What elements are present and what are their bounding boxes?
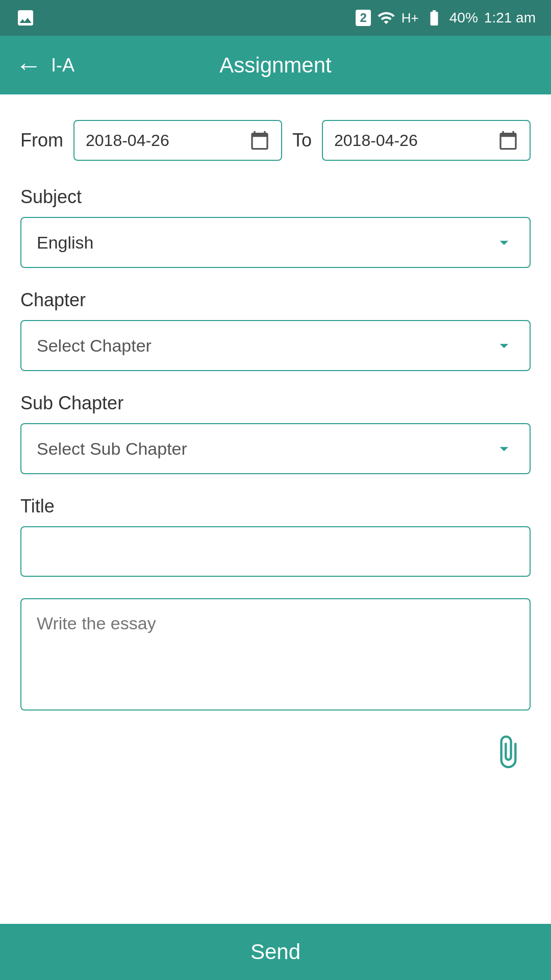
from-date-input[interactable]: 2018-04-26 [73, 120, 282, 161]
sub-chapter-chevron-icon [494, 438, 514, 459]
battery-percent: 40% [449, 10, 478, 26]
subject-label: Subject [20, 186, 531, 208]
to-label: To [292, 130, 312, 151]
chapter-label: Chapter [20, 289, 531, 311]
status-bar: 2 H+ 40% 1:21 am [0, 0, 551, 36]
chapter-chevron-icon [494, 335, 514, 356]
app-bar: ← I-A Assignment [0, 36, 551, 94]
attachment-icon[interactable] [490, 734, 525, 770]
chapter-placeholder: Select Chapter [37, 336, 152, 356]
status-bar-right: 2 H+ 40% 1:21 am [356, 9, 536, 27]
sub-chapter-label: Sub Chapter [20, 393, 531, 414]
chapter-dropdown[interactable]: Select Chapter [20, 320, 531, 371]
back-arrow-icon: ← [15, 50, 42, 81]
sub-chapter-dropdown[interactable]: Select Sub Chapter [20, 423, 531, 474]
to-date-input[interactable]: 2018-04-26 [322, 120, 531, 161]
app-bar-id: I-A [51, 55, 74, 76]
sub-chapter-placeholder: Select Sub Chapter [37, 439, 187, 459]
chapter-section: Chapter Select Chapter [20, 289, 531, 371]
title-label: Title [20, 496, 531, 517]
status-bar-left [15, 8, 36, 28]
essay-section [20, 598, 531, 713]
title-section: Title [20, 496, 531, 577]
app-bar-title: Assignment [219, 53, 331, 78]
send-button[interactable]: Send [0, 924, 551, 980]
send-label: Send [251, 940, 300, 964]
time: 1:21 am [484, 10, 536, 26]
from-label: From [20, 130, 63, 151]
title-input[interactable] [20, 526, 531, 577]
essay-textarea[interactable] [20, 598, 531, 710]
signal-bars: H+ [402, 10, 419, 26]
battery-icon [425, 9, 443, 27]
to-date-value: 2018-04-26 [334, 131, 488, 150]
to-calendar-icon [498, 130, 518, 151]
back-button[interactable]: ← I-A [15, 50, 74, 81]
from-calendar-icon [249, 130, 270, 151]
main-content: From 2018-04-26 To 2018-04-26 Subject En… [0, 94, 551, 790]
sub-chapter-section: Sub Chapter Select Sub Chapter [20, 393, 531, 474]
subject-chevron-icon [494, 232, 514, 253]
date-row: From 2018-04-26 To 2018-04-26 [20, 120, 531, 161]
attachment-row [20, 734, 531, 770]
from-date-value: 2018-04-26 [86, 131, 239, 150]
photo-icon [15, 8, 36, 28]
subject-dropdown[interactable]: English [20, 217, 531, 268]
subject-value: English [37, 233, 94, 253]
subject-section: Subject English [20, 186, 531, 268]
notification-badge: 2 [356, 10, 370, 26]
signal-icon [377, 9, 395, 27]
